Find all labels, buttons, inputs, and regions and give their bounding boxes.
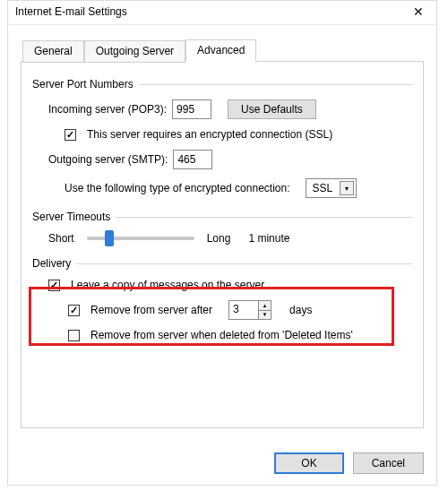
window-title: Internet E-mail Settings: [15, 5, 127, 18]
titlebar: Internet E-mail Settings ✕: [8, 1, 436, 25]
timeout-long-label: Long: [207, 232, 231, 245]
dialog-buttons: OK Cancel: [274, 452, 424, 474]
remove-after-row: Remove from server after 3 ▲ ▼ days: [48, 300, 412, 320]
encryption-type-value: SSL: [312, 182, 332, 194]
encryption-type-select[interactable]: SSL ▾: [306, 178, 357, 198]
incoming-server-row: Incoming server (POP3): Use Defaults: [48, 99, 412, 119]
timeout-slider[interactable]: [87, 237, 194, 240]
group-server-port-numbers: Server Port Numbers: [32, 78, 412, 90]
group-label: Delivery: [32, 257, 71, 270]
outgoing-port-input[interactable]: [173, 150, 212, 169]
timeout-short-label: Short: [48, 232, 74, 245]
leave-copy-row: Leave a copy of messages on the server: [48, 279, 412, 291]
incoming-server-label: Incoming server (POP3):: [48, 103, 167, 116]
spinner-down-icon[interactable]: ▼: [259, 311, 271, 320]
email-settings-dialog: Internet E-mail Settings ✕ General Outgo…: [7, 0, 437, 486]
encryption-type-row: Use the following type of encrypted conn…: [48, 178, 412, 198]
group-server-timeouts: Server Timeouts: [32, 211, 412, 223]
group-delivery: Delivery: [32, 257, 412, 270]
outgoing-server-label: Outgoing server (SMTP):: [48, 153, 168, 166]
close-icon[interactable]: ✕: [408, 4, 429, 19]
chevron-down-icon: ▾: [340, 181, 354, 195]
use-defaults-button[interactable]: Use Defaults: [228, 99, 316, 119]
client-area: General Outgoing Server Advanced Server …: [8, 25, 436, 428]
remove-after-days-input[interactable]: 3 ▲ ▼: [228, 300, 271, 320]
remove-after-checkbox[interactable]: [68, 305, 80, 316]
ssl-checkbox-row: This server requires an encrypted connec…: [48, 128, 412, 141]
group-label: Server Timeouts: [32, 211, 110, 223]
incoming-ssl-label: This server requires an encrypted connec…: [87, 128, 332, 141]
leave-copy-checkbox[interactable]: [48, 280, 60, 291]
incoming-ssl-checkbox[interactable]: [65, 129, 76, 141]
remove-after-label: Remove from server after: [90, 304, 212, 316]
remove-deleted-checkbox[interactable]: [68, 330, 80, 341]
days-label: days: [289, 304, 312, 316]
tab-advanced[interactable]: Advanced: [185, 39, 256, 62]
slider-thumb[interactable]: [105, 230, 114, 246]
outgoing-server-row: Outgoing server (SMTP):: [48, 150, 412, 169]
timeout-slider-row: Short Long 1 minute: [48, 232, 412, 245]
tab-outgoing-server[interactable]: Outgoing Server: [84, 40, 185, 63]
tab-general[interactable]: General: [22, 40, 84, 63]
ok-button[interactable]: OK: [274, 452, 343, 474]
leave-copy-label: Leave a copy of messages on the server: [71, 279, 264, 291]
incoming-port-input[interactable]: [172, 99, 211, 119]
encryption-type-label: Use the following type of encrypted conn…: [65, 182, 289, 194]
cancel-button[interactable]: Cancel: [353, 452, 424, 474]
timeout-value: 1 minute: [248, 232, 289, 245]
remove-deleted-label: Remove from server when deleted from 'De…: [90, 329, 353, 341]
remove-deleted-row: Remove from server when deleted from 'De…: [48, 329, 412, 341]
group-label: Server Port Numbers: [32, 78, 134, 90]
tab-strip: General Outgoing Server Advanced: [21, 39, 424, 62]
tabpage-advanced: Server Port Numbers Incoming server (POP…: [21, 61, 424, 428]
spinner-up-icon[interactable]: ▲: [259, 301, 271, 311]
remove-after-days-value: 3: [229, 301, 258, 319]
